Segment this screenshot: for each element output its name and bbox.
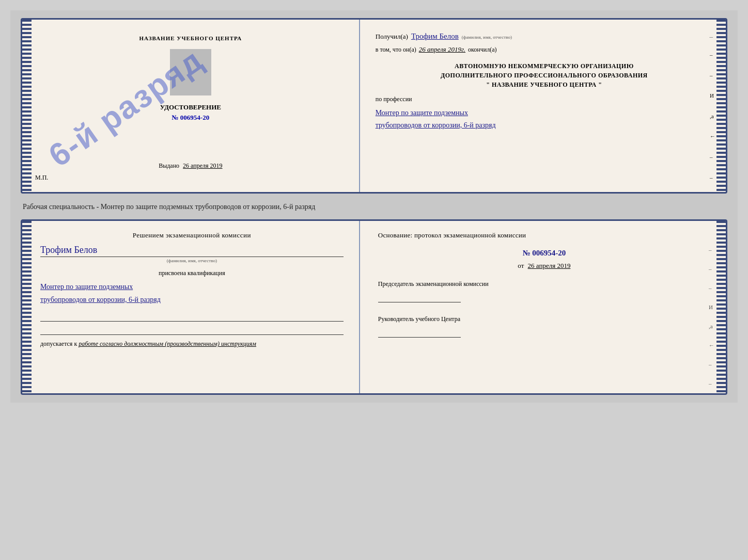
- po-professii-label: по профессии: [376, 94, 713, 104]
- vydano-label: Выдано: [159, 162, 179, 169]
- cert-right-panel: Получил(a) Трофим Белов (фамилия, имя, о…: [360, 20, 726, 192]
- rukovoditel-label: Руководитель учебного Центра: [378, 315, 710, 323]
- qualification-block: Монтер по защите подземных трубопроводов…: [40, 280, 344, 306]
- vydano-date: 26 апреля 2019: [183, 162, 222, 169]
- page-wrapper: НАЗВАНИЕ УЧЕБНОГО ЦЕНТРА УДОСТОВЕРЕНИЕ №…: [10, 10, 738, 403]
- bottom-certificate: Решением экзаменационной комиссии Трофим…: [21, 219, 727, 395]
- org-line2: ДОПОЛНИТЕЛЬНОГО ПРОФЕССИОНАЛЬНОГО ОБРАЗО…: [376, 71, 713, 80]
- blank-line-2: [40, 326, 344, 335]
- resheniyem-text: Решением экзаменационной комиссии: [40, 231, 344, 239]
- org-quote-close: ": [598, 81, 602, 88]
- org-line1: АВТОНОМНУЮ НЕКОММЕРЧЕСКУЮ ОРГАНИЗАЦИЮ: [376, 61, 713, 71]
- vydano-line: Выдано 26 апреля 2019: [159, 152, 222, 170]
- vtom-line: в том, что он(а) 26 апреля 2019г. окончи…: [376, 44, 713, 55]
- org-name: НАЗВАНИЕ УЧЕБНОГО ЦЕНТРА: [492, 81, 597, 88]
- ot-date: 26 апреля 2019: [528, 262, 571, 269]
- bot-left-panel: Решением экзаменационной комиссии Трофим…: [22, 221, 360, 393]
- prisvoena-label: присвоена квалификация: [40, 269, 344, 277]
- cert-left-panel: НАЗВАНИЕ УЧЕБНОГО ЦЕНТРА УДОСТОВЕРЕНИЕ №…: [22, 20, 360, 192]
- profession-line2: трубопроводов от коррозии, 6-й разряд: [376, 119, 713, 132]
- protocol-number: № 006954-20: [378, 249, 710, 258]
- photo-placeholder: [170, 49, 211, 95]
- predsedatel-block: Председатель экзаменационной комиссии: [378, 280, 710, 302]
- udost-number: № 006954-20: [172, 114, 210, 122]
- right-edge-labels: – – И ,а ← – – –: [710, 51, 715, 194]
- top-certificate: НАЗВАНИЕ УЧЕБНОГО ЦЕНТРА УДОСТОВЕРЕНИЕ №…: [21, 18, 727, 194]
- qual-line2: трубопроводов от коррозии, 6-й разряд: [40, 293, 344, 306]
- rukovoditel-signature-line: [378, 327, 461, 338]
- poluchil-label: Получил(a): [376, 31, 408, 42]
- dopusk-italic-text: работе согласно должностным (производств…: [79, 340, 256, 347]
- org-name-line: " НАЗВАНИЕ УЧЕБНОГО ЦЕНТРА ": [376, 80, 713, 89]
- udost-prefix: №: [172, 114, 179, 121]
- udost-num-value: 006954-20: [180, 114, 209, 121]
- profession-line1: Монтер по защите подземных: [376, 107, 713, 119]
- okonchil-label: окончил(a): [468, 45, 496, 55]
- ot-line: от 26 апреля 2019: [378, 262, 710, 270]
- fio-sublabel-top: (фамилия, имя, отчество): [462, 34, 512, 41]
- dopuskaetsya-label: допускается к: [40, 340, 77, 347]
- bot-fio: Трофим Белов: [40, 245, 344, 255]
- bot-right-panel: Основание: протокол экзаменационной коми…: [360, 221, 726, 393]
- vtom-label: в том, что он(а): [376, 45, 416, 55]
- dash1: –: [709, 31, 713, 42]
- poluchil-line: Получил(a) Трофим Белов (фамилия, имя, о…: [376, 30, 713, 42]
- blank-line-1: [40, 312, 344, 322]
- center-title: НАЗВАНИЕ УЧЕБНОГО ЦЕНТРА: [139, 35, 242, 41]
- predsedatel-signature-line: [378, 292, 461, 302]
- fio-line: Трофим Белов: [40, 245, 344, 257]
- org-block: АВТОНОМНУЮ НЕКОММЕРЧЕСКУЮ ОРГАНИЗАЦИЮ ДО…: [376, 61, 713, 89]
- middle-caption: Рабочая специальность - Монтер по защите…: [21, 200, 727, 213]
- org-quote-open: ": [486, 81, 490, 88]
- date-completed: 26 апреля 2019г.: [419, 44, 465, 55]
- recipient-name: Трофим Белов: [411, 30, 459, 42]
- osnovanie-text: Основание: протокол экзаменационной коми…: [378, 231, 710, 239]
- mp-label: М.П.: [35, 174, 48, 182]
- dopuskaetsya-block: допускается к работе согласно должностны…: [40, 340, 344, 348]
- qual-line1: Монтер по защите подземных: [40, 280, 344, 293]
- ot-prefix: от: [518, 262, 524, 269]
- bot-right-edge-labels: – – – И ,а ← – – – –: [709, 247, 714, 395]
- rukovoditel-block: Руководитель учебного Центра: [378, 315, 710, 338]
- predsedatel-label: Председатель экзаменационной комиссии: [378, 280, 710, 288]
- bot-fio-sublabel: (фамилия, имя, отчество): [40, 258, 344, 263]
- udost-label: УДОСТОВЕРЕНИЕ: [160, 103, 221, 111]
